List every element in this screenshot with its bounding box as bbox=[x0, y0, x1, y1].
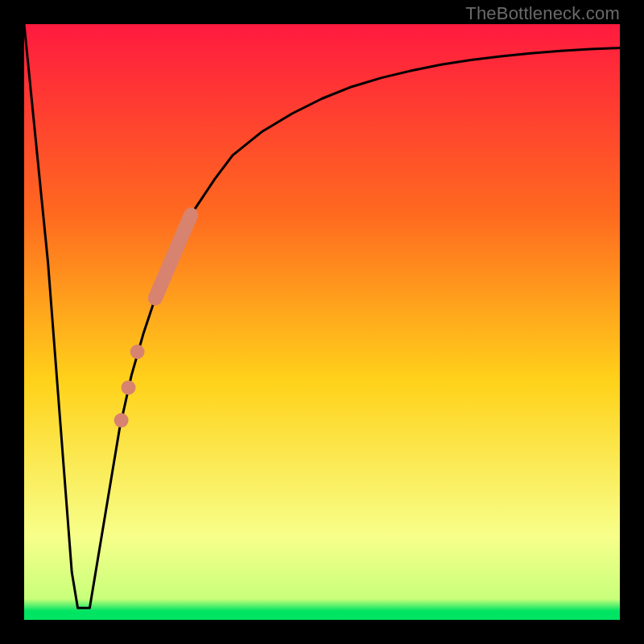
marker-dot bbox=[114, 413, 129, 427]
watermark-text: TheBottleneck.com bbox=[465, 3, 620, 24]
plot-area bbox=[24, 24, 620, 620]
marker-dot bbox=[130, 345, 145, 359]
gradient-background bbox=[24, 24, 620, 620]
marker-dot bbox=[122, 380, 136, 394]
chart-frame: TheBottleneck.com bbox=[0, 0, 644, 644]
bottleneck-chart bbox=[24, 24, 620, 620]
